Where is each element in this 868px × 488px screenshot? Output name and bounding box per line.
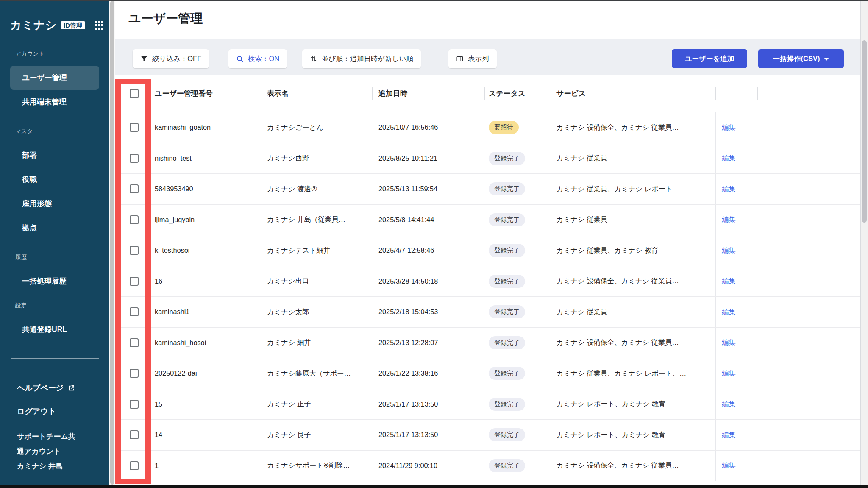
app-launcher-icon[interactable] — [95, 21, 103, 30]
columns-button-label: 表示列 — [468, 54, 489, 64]
column-spacer — [757, 143, 860, 174]
cell-services: カミナシ 設備保全、カミナシ 従業員… — [548, 266, 715, 297]
edit-link[interactable]: 編集 — [722, 215, 736, 224]
table-row: ijima_jugyoin カミナシ 井島（従業員… 2025/5/8 14:4… — [115, 205, 860, 236]
select-all-checkbox[interactable] — [130, 89, 139, 98]
column-spacer — [757, 235, 860, 266]
row-checkbox[interactable] — [130, 215, 139, 224]
edit-link[interactable]: 編集 — [722, 369, 736, 378]
sidebar: カミナシ ID管理 アカウント ユーザー管理 共用端末管理 マスタ 部署 役職 … — [0, 0, 109, 488]
cell-user-id: 5843953490 — [153, 174, 261, 204]
cell-display-name: カミナシ 井島（従業員… — [261, 205, 372, 235]
status-badge: 登録完了 — [489, 152, 525, 165]
row-checkbox[interactable] — [130, 154, 139, 163]
table-row: k_testhosoi カミナシテスト細井 2025/4/7 12:58:46 … — [115, 235, 860, 266]
column-spacer — [757, 174, 860, 204]
column-spacer — [757, 112, 860, 143]
sidebar-item-user-management[interactable]: ユーザー管理 — [10, 66, 99, 90]
sidebar-scrollbar-thumb[interactable] — [110, 1, 114, 485]
column-header-services[interactable]: サービス — [548, 75, 715, 112]
add-user-button[interactable]: ユーザーを追加 — [672, 49, 747, 68]
main-content: ユーザー管理 絞り込み：OFF 検索：ON 並び順：追加日時が新しい順 表示列 … — [115, 1, 860, 485]
nav-section-label: 設定 — [0, 293, 109, 318]
cell-services: カミナシ 従業員 — [548, 143, 715, 174]
logout-button[interactable]: ログアウト — [17, 402, 56, 421]
status-badge: 登録完了 — [489, 336, 525, 349]
cell-user-id: ijima_jugyoin — [153, 205, 261, 235]
nav-section-master: マスタ 部署 役職 雇用形態 拠点 — [0, 119, 109, 240]
logout-label: ログアウト — [17, 406, 56, 416]
sidebar-divider — [11, 358, 99, 359]
filter-icon — [140, 55, 148, 63]
cell-user-id: kaminashi_goaton — [153, 112, 261, 143]
edit-link[interactable]: 編集 — [722, 399, 736, 409]
row-checkbox[interactable] — [130, 430, 139, 439]
table-header-row: ユーザー管理番号 表示名 追加日時 ステータス サービス — [115, 75, 860, 112]
edit-link[interactable]: 編集 — [722, 461, 736, 470]
sidebar-item-label: 共通登録URL — [22, 325, 67, 334]
edit-link[interactable]: 編集 — [722, 430, 736, 440]
edit-link[interactable]: 編集 — [722, 338, 736, 347]
filter-button[interactable]: 絞り込み：OFF — [133, 49, 209, 68]
sidebar-scrollbar[interactable] — [109, 1, 115, 485]
search-button[interactable]: 検索：ON — [228, 49, 287, 68]
status-badge: 登録完了 — [489, 305, 525, 318]
row-checkbox[interactable] — [130, 400, 139, 409]
sidebar-item-bulk-history[interactable]: 一括処理履歴 — [0, 269, 109, 293]
row-checkbox[interactable] — [130, 338, 139, 347]
sidebar-item-position[interactable]: 役職 — [0, 167, 109, 192]
sidebar-nav: アカウント ユーザー管理 共用端末管理 マスタ 部署 役職 雇用形態 拠点 履歴… — [0, 42, 109, 342]
caret-down-icon — [824, 58, 829, 61]
row-checkbox[interactable] — [130, 461, 139, 470]
edit-link[interactable]: 編集 — [722, 153, 736, 163]
column-header-user-id[interactable]: ユーザー管理番号 — [153, 75, 261, 112]
sidebar-item-employment-type[interactable]: 雇用形態 — [0, 192, 109, 216]
cell-services: カミナシ 設備保全、カミナシ 従業員… — [548, 328, 715, 358]
row-checkbox[interactable] — [130, 184, 139, 193]
row-checkbox[interactable] — [130, 307, 139, 316]
column-spacer — [757, 75, 860, 112]
search-icon — [236, 55, 244, 63]
column-header-added-at[interactable]: 追加日時 — [372, 75, 484, 112]
nav-section-account: アカウント ユーザー管理 共用端末管理 — [0, 42, 109, 114]
columns-button[interactable]: 表示列 — [448, 49, 497, 68]
edit-link[interactable]: 編集 — [722, 184, 736, 194]
column-spacer — [757, 328, 860, 358]
status-badge: 登録完了 — [489, 213, 525, 226]
page-scrollbar[interactable] — [860, 1, 868, 485]
window-bottom-edge — [0, 485, 868, 488]
cell-added-at: 2025/5/8 14:41:44 — [372, 205, 484, 235]
status-badge: 登録完了 — [489, 182, 525, 195]
help-page-link[interactable]: ヘルプページ — [17, 378, 75, 398]
sidebar-item-shared-device-management[interactable]: 共用端末管理 — [0, 90, 109, 114]
status-badge: 登録完了 — [489, 244, 525, 257]
column-header-edit — [715, 75, 757, 112]
cell-added-at: 2025/8/25 10:11:21 — [372, 143, 484, 174]
table-row: 14 カミナシ 良子 2025/1/17 13:13:50 登録完了 カミナシ … — [115, 420, 860, 451]
sort-button[interactable]: 並び順：追加日時が新しい順 — [302, 49, 421, 68]
cell-user-id: 16 — [153, 266, 261, 297]
row-checkbox[interactable] — [130, 277, 139, 286]
sidebar-item-department[interactable]: 部署 — [0, 143, 109, 167]
bulk-action-csv-button[interactable]: 一括操作(CSV) — [758, 49, 844, 68]
row-checkbox[interactable] — [130, 246, 139, 255]
nav-section-history: 履歴 一括処理履歴 — [0, 245, 109, 293]
nav-section-label: アカウント — [0, 42, 109, 66]
cell-services: カミナシ レポート、カミナシ 教育 — [548, 389, 715, 420]
edit-link[interactable]: 編集 — [722, 123, 736, 132]
row-checkbox[interactable] — [130, 123, 139, 132]
edit-link[interactable]: 編集 — [722, 246, 736, 255]
external-link-icon — [68, 385, 75, 392]
sidebar-item-site[interactable]: 拠点 — [0, 216, 109, 240]
search-button-label: 検索：ON — [248, 54, 279, 64]
row-checkbox[interactable] — [130, 369, 139, 378]
cell-added-at: 2025/2/18 15:04:53 — [372, 297, 484, 327]
cell-services: カミナシ 従業員、カミナシ レポート — [548, 174, 715, 204]
edit-link[interactable]: 編集 — [722, 307, 736, 317]
page-scrollbar-thumb[interactable] — [862, 40, 867, 223]
column-spacer — [757, 266, 860, 297]
sidebar-item-common-registration-url[interactable]: 共通登録URL — [0, 318, 109, 342]
column-header-status[interactable]: ステータス — [484, 75, 548, 112]
column-header-display-name[interactable]: 表示名 — [261, 75, 372, 112]
edit-link[interactable]: 編集 — [722, 276, 736, 286]
